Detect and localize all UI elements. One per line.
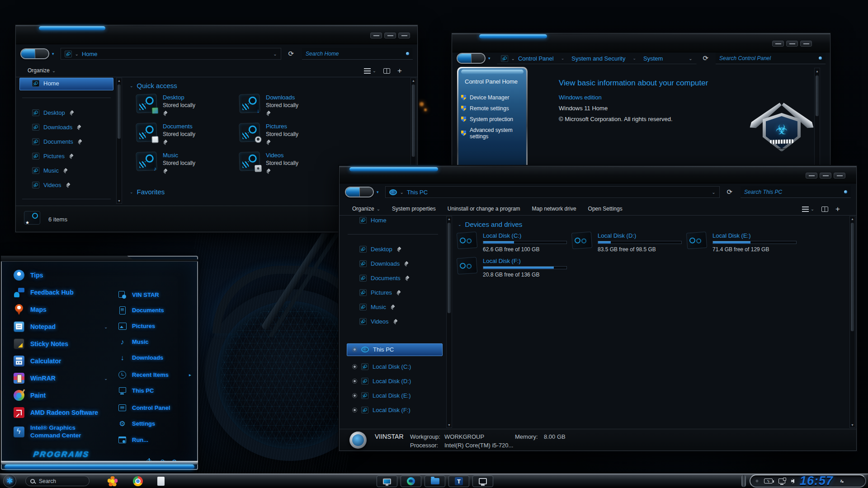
view-list-button[interactable]: ⌄ bbox=[364, 68, 376, 74]
sidebar-item-downloads[interactable]: Downloads bbox=[32, 124, 112, 131]
scroll-up-icon[interactable]: ▲ bbox=[117, 79, 122, 82]
expander-icon[interactable] bbox=[352, 379, 357, 384]
quick-item-music[interactable]: ♪ MusicStored locally bbox=[136, 152, 195, 174]
scrollbar-thumb[interactable] bbox=[851, 223, 854, 331]
breadcrumb-system[interactable]: System bbox=[643, 55, 663, 62]
maximize-button[interactable] bbox=[820, 173, 831, 178]
start-item-paint[interactable]: Paint bbox=[14, 390, 46, 401]
back-button[interactable] bbox=[346, 188, 360, 197]
back-forward-buttons[interactable] bbox=[20, 48, 49, 59]
start-item-user-vin-star[interactable]: VIN STAR bbox=[118, 291, 159, 299]
pinned-app-browser-icon[interactable] bbox=[133, 476, 143, 486]
search-box[interactable]: Search Home bbox=[302, 48, 413, 60]
uninstall-program-button[interactable]: Uninstall or change a program bbox=[448, 206, 520, 212]
drive-item-e[interactable]: Local Disk (E:)71.4 GB free of 129 GB bbox=[687, 232, 797, 253]
expand-chevron-icon[interactable]: ⌄ bbox=[104, 324, 108, 329]
search-box[interactable]: Search This PC bbox=[741, 186, 851, 198]
sidebar-item-desktop[interactable]: Desktop bbox=[359, 246, 445, 253]
back-forward-buttons[interactable] bbox=[345, 187, 374, 197]
start-item-recent-items[interactable]: Recent Items bbox=[118, 371, 169, 379]
sidebar-item-local-disk-e[interactable]: Local Disk (E:) bbox=[352, 392, 411, 399]
sidebar-scrollbar[interactable]: ▲ ▼ bbox=[116, 78, 122, 204]
forward-button[interactable] bbox=[360, 188, 373, 197]
sidebar-scrollbar[interactable]: ▲ ▼ bbox=[446, 216, 452, 428]
collapse-icon[interactable]: ⌄ bbox=[130, 84, 133, 88]
section-devices-and-drives[interactable]: ⌄ Devices and drives bbox=[458, 221, 522, 228]
sidebar-item-music[interactable]: Music bbox=[32, 167, 112, 174]
close-button[interactable] bbox=[398, 33, 410, 38]
minimize-button[interactable] bbox=[806, 173, 817, 178]
scrollbar-thumb[interactable] bbox=[816, 75, 819, 116]
drive-item-f[interactable]: Local Disk (F:)20.8 GB free of 136 GB bbox=[457, 258, 567, 278]
address-text[interactable]: Home bbox=[82, 51, 98, 57]
sidebar-item-pictures[interactable]: Pictures bbox=[32, 153, 112, 160]
sidebar-item-desktop[interactable]: Desktop bbox=[32, 109, 112, 116]
start-item-settings[interactable]: ⚙Settings bbox=[118, 420, 155, 427]
start-item-this-pc[interactable]: This PC bbox=[118, 387, 154, 394]
section-quick-access[interactable]: ⌄ Quick access bbox=[130, 82, 177, 89]
scroll-up-icon[interactable]: ▲ bbox=[447, 217, 452, 221]
expander-icon[interactable] bbox=[352, 393, 357, 398]
scroll-down-icon[interactable]: ▼ bbox=[447, 423, 452, 427]
section-favorites[interactable]: ⌄ Favorites bbox=[130, 188, 165, 196]
quick-item-downloads[interactable]: ↓ DownloadsStored locally bbox=[239, 94, 298, 116]
taskbar-app-edge[interactable] bbox=[401, 475, 421, 487]
back-button[interactable] bbox=[21, 49, 35, 58]
start-item-notepad[interactable]: Notepad bbox=[14, 321, 56, 332]
sidebar-item-documents[interactable]: Documents bbox=[32, 138, 112, 145]
taskbar-app-file-explorer[interactable] bbox=[425, 475, 445, 487]
start-item-pictures[interactable]: Pictures bbox=[118, 322, 155, 330]
hidden-icons-button[interactable] bbox=[756, 480, 758, 482]
sidebar-item-system-protection[interactable]: System protection bbox=[461, 116, 513, 122]
start-button[interactable]: ✱ bbox=[3, 474, 16, 488]
sidebar-item-pictures[interactable]: Pictures bbox=[359, 289, 445, 296]
main-scrollbar[interactable]: ▲ ▼ bbox=[849, 216, 855, 428]
back-forward-buttons[interactable] bbox=[457, 53, 486, 64]
pinned-app-flower-icon[interactable] bbox=[108, 476, 118, 486]
maximize-button[interactable] bbox=[786, 41, 798, 47]
nav-history-chevron[interactable]: ▾ bbox=[488, 56, 491, 61]
title-bar[interactable] bbox=[340, 166, 856, 183]
collapse-icon[interactable]: ⌄ bbox=[458, 222, 462, 227]
expander-icon[interactable] bbox=[352, 408, 357, 413]
sidebar-item-downloads[interactable]: Downloads bbox=[359, 260, 445, 267]
taskbar-app-display[interactable] bbox=[377, 475, 397, 487]
maximize-button[interactable] bbox=[384, 33, 396, 38]
sidebar-item-this-pc[interactable]: This PC bbox=[352, 346, 394, 353]
start-item-feedback-hub[interactable]: Feedback Hub bbox=[14, 287, 74, 298]
address-dropdown-icon[interactable]: ⌄ bbox=[689, 56, 692, 61]
sidebar-item-device-manager[interactable]: Device Manager bbox=[461, 94, 509, 101]
taskbar-app-this-pc[interactable] bbox=[472, 475, 493, 487]
content-scrollbar[interactable]: ▲ bbox=[814, 68, 820, 166]
preview-pane-button[interactable] bbox=[383, 68, 390, 74]
scroll-up-icon[interactable]: ▲ bbox=[850, 217, 855, 221]
open-settings-button[interactable]: Open Settings bbox=[588, 206, 623, 212]
scroll-up-icon[interactable]: ▲ bbox=[411, 79, 416, 82]
search-icon[interactable] bbox=[406, 52, 409, 55]
drive-item-c[interactable]: Local Disk (C:)62.6 GB free of 100 GB bbox=[457, 232, 567, 253]
quick-item-documents[interactable]: DocumentsStored locally bbox=[136, 123, 195, 145]
sidebar-item-remote-settings[interactable]: Remote settings bbox=[461, 105, 509, 112]
start-item-sticky-notes[interactable]: Sticky Notes bbox=[14, 338, 68, 349]
scrollbar-thumb[interactable] bbox=[448, 223, 451, 313]
address-dropdown-icon[interactable]: ⌄ bbox=[273, 52, 277, 56]
sidebar-item-videos[interactable]: Videos bbox=[359, 318, 445, 325]
pinned-app-document-icon[interactable] bbox=[157, 477, 165, 486]
forward-button[interactable] bbox=[472, 54, 485, 63]
address-dropdown-icon[interactable]: ⌄ bbox=[712, 190, 715, 195]
sidebar-title[interactable]: Control Panel Home bbox=[465, 78, 518, 85]
start-item-intel-graphics-command-center[interactable]: Intel® Graphics Command Center bbox=[14, 424, 104, 440]
sidebar-item-music[interactable]: Music bbox=[359, 304, 445, 310]
scroll-down-icon[interactable]: ▼ bbox=[117, 199, 122, 202]
forward-button[interactable] bbox=[35, 49, 49, 58]
sidebar-item-advanced-system-settings[interactable]: Advanced system settings bbox=[461, 127, 526, 140]
breadcrumb-control-panel[interactable]: Control Panel bbox=[518, 55, 554, 62]
refresh-icon[interactable]: ⟳ bbox=[727, 188, 733, 196]
map-network-drive-button[interactable]: Map network drive bbox=[532, 206, 576, 212]
address-bar[interactable]: ⌄ Home ⌄ bbox=[61, 48, 281, 60]
battery-icon[interactable]: ϟ bbox=[764, 479, 773, 483]
search-icon[interactable] bbox=[819, 56, 822, 60]
sidebar-item-videos[interactable]: Videos bbox=[32, 182, 112, 188]
refresh-icon[interactable]: ⟳ bbox=[703, 54, 709, 62]
nav-history-chevron[interactable]: ▾ bbox=[377, 190, 379, 194]
